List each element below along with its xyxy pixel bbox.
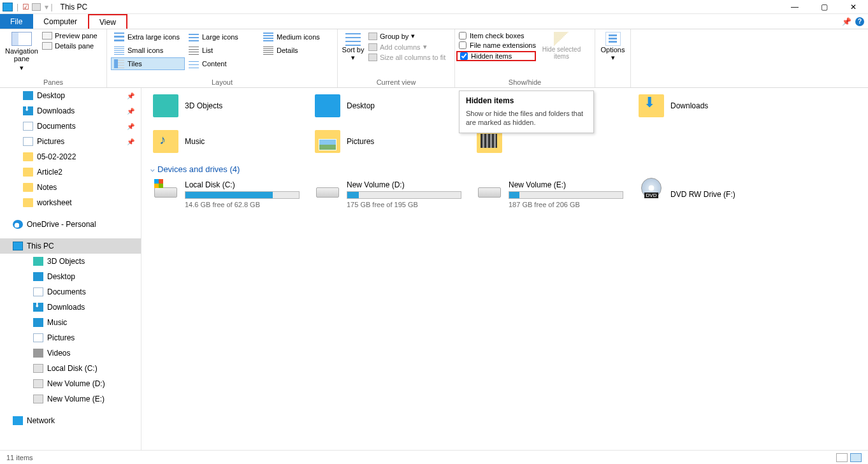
folder-pictures[interactable]: Pictures xyxy=(315,124,477,159)
nav-pictures-pc[interactable]: Pictures xyxy=(0,330,141,345)
nav-folder-notes[interactable]: Notes xyxy=(0,180,141,195)
nav-folder-article2[interactable]: Article2 xyxy=(0,164,141,180)
nav-folder-0502[interactable]: 05-02-2022 xyxy=(0,149,141,164)
group-label-panes: Panes xyxy=(4,77,103,87)
tab-view[interactable]: View xyxy=(88,14,127,29)
nav-documents-pc[interactable]: Documents xyxy=(0,284,141,300)
qat-doc-icon[interactable] xyxy=(32,3,41,11)
nav-c-drive[interactable]: Local Disk (C:) xyxy=(0,361,141,376)
pin-ribbon-icon[interactable]: 📌 xyxy=(842,17,851,26)
drive-e[interactable]: New Volume (E:) 187 GB free of 206 GB xyxy=(477,177,639,212)
group-label-layout: Layout xyxy=(111,77,333,87)
titlebar: | ☑ ▾ | This PC — ▢ ✕ xyxy=(0,0,868,14)
group-by-button[interactable]: Group by▾ xyxy=(368,32,445,40)
group-label-currentview: Current view xyxy=(342,77,451,87)
nav-music[interactable]: Music xyxy=(0,315,141,330)
layout-list[interactable]: List xyxy=(185,44,259,57)
layout-details[interactable]: Details xyxy=(260,44,334,57)
maximize-button[interactable]: ▢ xyxy=(809,0,839,14)
folder-desktop[interactable]: Desktop xyxy=(315,88,477,124)
nav-3d-objects[interactable]: 3D Objects xyxy=(0,254,141,269)
ribbon-tabs: File Computer View 📌 ? xyxy=(0,14,868,29)
layout-tiles[interactable]: Tiles xyxy=(111,57,185,70)
status-item-count: 11 items xyxy=(6,454,33,461)
devices-header[interactable]: Devices and drives (4) xyxy=(141,159,868,177)
window-title: This PC xyxy=(57,3,88,11)
nav-videos[interactable]: Videos xyxy=(0,345,141,361)
nav-e-drive[interactable]: New Volume (E:) xyxy=(0,391,141,407)
size-columns-button: Size all columns to fit xyxy=(368,54,445,61)
add-columns-button: Add columns▾ xyxy=(368,43,445,51)
nav-desktop-pc[interactable]: Desktop xyxy=(0,269,141,284)
preview-pane-button[interactable]: Preview pane xyxy=(42,32,98,40)
nav-network[interactable]: Network xyxy=(0,413,141,428)
file-ext-toggle[interactable]: File name extensions xyxy=(459,41,536,49)
hidden-items-tooltip: Hidden items Show or hide the files and … xyxy=(459,91,594,133)
group-label-showhide: Show/hide xyxy=(459,77,591,87)
content-pane[interactable]: 3D Objects Desktop Downloads Music Pictu… xyxy=(141,88,868,450)
options-icon xyxy=(605,32,621,46)
status-bar: 11 items xyxy=(0,450,868,464)
details-pane-button[interactable]: Details pane xyxy=(42,42,98,50)
nav-pane-icon xyxy=(11,32,32,46)
sort-icon xyxy=(345,32,361,46)
nav-desktop[interactable]: Desktop📌 xyxy=(0,88,141,103)
nav-folder-worksheet[interactable]: worksheet xyxy=(0,195,141,210)
minimize-button[interactable]: — xyxy=(780,0,809,14)
ribbon: Navigation pane ▾ Preview pane Details p… xyxy=(0,29,868,88)
qat-save-icon[interactable]: ☑ xyxy=(22,3,29,11)
nav-documents[interactable]: Documents📌 xyxy=(0,119,141,134)
drive-f[interactable]: DVD RW Drive (F:) xyxy=(639,177,800,212)
help-icon[interactable]: ? xyxy=(855,17,864,26)
nav-downloads[interactable]: Downloads📌 xyxy=(0,103,141,119)
nav-tree[interactable]: Desktop📌 Downloads📌 Documents📌 Pictures📌… xyxy=(0,88,141,450)
hidden-items-toggle[interactable]: Hidden items xyxy=(456,51,536,61)
view-tiles-icon[interactable] xyxy=(850,453,862,462)
tooltip-body: Show or hide the files and folders that … xyxy=(466,109,587,127)
drive-d[interactable]: New Volume (D:) 175 GB free of 195 GB xyxy=(315,177,477,212)
nav-d-drive[interactable]: New Volume (D:) xyxy=(0,376,141,391)
tooltip-title: Hidden items xyxy=(466,96,587,105)
layout-content[interactable]: Content xyxy=(185,57,259,70)
layout-large[interactable]: Large icons xyxy=(185,31,259,43)
layout-medium[interactable]: Medium icons xyxy=(260,31,334,43)
nav-downloads-pc[interactable]: Downloads xyxy=(0,300,141,315)
folder-3d-objects[interactable]: 3D Objects xyxy=(153,88,315,124)
hide-selected-icon xyxy=(554,32,569,46)
drive-c[interactable]: Local Disk (C:) 14.6 GB free of 62.8 GB xyxy=(153,177,315,212)
nav-pane-button[interactable]: Navigation pane ▾ xyxy=(4,31,40,77)
view-details-icon[interactable] xyxy=(836,453,848,462)
nav-onedrive[interactable]: OneDrive - Personal xyxy=(0,217,141,232)
hide-selected-button: Hide selected items xyxy=(541,31,582,60)
options-button[interactable]: Options▾ xyxy=(599,31,626,77)
layout-small[interactable]: Small icons xyxy=(111,44,185,57)
close-button[interactable]: ✕ xyxy=(839,0,868,14)
layout-extra-large[interactable]: Extra large icons xyxy=(111,31,185,43)
app-icon xyxy=(3,3,13,11)
folder-music[interactable]: Music xyxy=(153,124,315,159)
folder-downloads[interactable]: Downloads xyxy=(639,88,800,124)
nav-this-pc[interactable]: This PC xyxy=(0,238,141,254)
item-check-boxes-toggle[interactable]: Item check boxes xyxy=(459,32,536,40)
sort-by-button[interactable]: Sort by▾ xyxy=(342,31,365,62)
tab-computer[interactable]: Computer xyxy=(33,14,88,29)
tab-file[interactable]: File xyxy=(0,14,33,29)
nav-pictures[interactable]: Pictures📌 xyxy=(0,134,141,149)
